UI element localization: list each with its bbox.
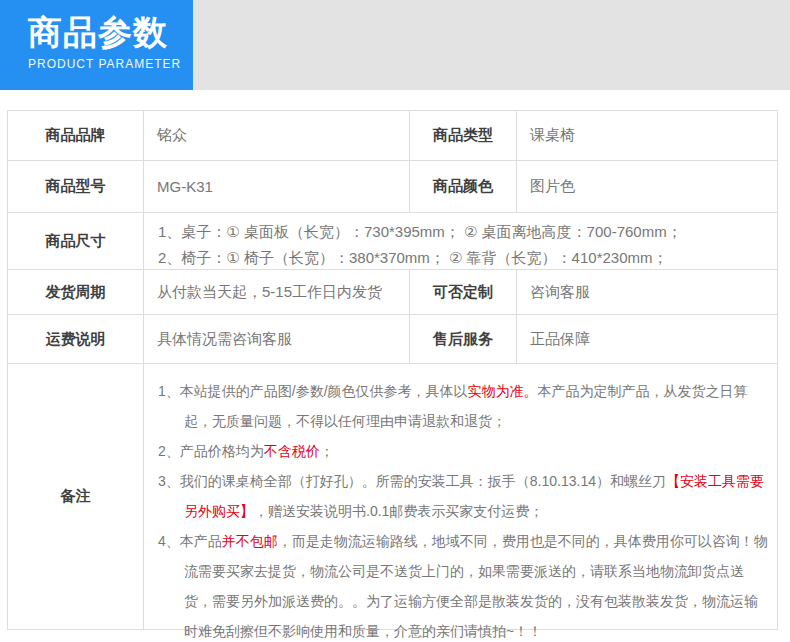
product-parameter-table: 商品品牌 铭众 商品类型 课桌椅 商品型号 MG-K31 商品颜色 图片色 商品… (7, 110, 778, 630)
remark-item-1: 1、本站提供的产品图/参数/颜色仅供参考，具体以实物为准。本产品为定制产品，从发… (158, 376, 769, 436)
remark-1-text: 1、本站提供的产品图/参数/颜色仅供参考，具体以 (158, 383, 468, 399)
shipping-label: 运费说明 (8, 315, 143, 363)
remark-4-text: 4、本产品 (158, 533, 222, 549)
model-label: 商品型号 (8, 161, 143, 212)
remark-item-3: 3、我们的课桌椅全部（打好孔）。所需的安装工具：扳手（8.10.13.14）和螺… (158, 466, 769, 526)
param-row-size: 商品尺寸 1、桌子：① 桌面板（长宽）：730*395mm； ② 桌面离地高度：… (8, 212, 777, 269)
page-subtitle: PRODUCT PARAMETER (28, 57, 193, 71)
type-label: 商品类型 (409, 111, 516, 160)
custom-value: 咨询客服 (516, 270, 777, 314)
param-row-remarks: 备注 1、本站提供的产品图/参数/颜色仅供参考，具体以实物为准。本产品为定制产品… (8, 363, 777, 629)
shipping-value: 具体情况需咨询客服 (143, 315, 409, 363)
header-band: 商品参数 PRODUCT PARAMETER (0, 0, 790, 90)
remark-4-red-text: 并不包邮 (222, 533, 278, 549)
remarks-value: 1、本站提供的产品图/参数/颜色仅供参考，具体以实物为准。本产品为定制产品，从发… (143, 364, 777, 629)
custom-label: 可否定制 (409, 270, 516, 314)
size-line-chair: 2、椅子：① 椅子（长宽）：380*370mm； ② 靠背（长宽）：410*23… (158, 245, 777, 271)
model-value: MG-K31 (143, 161, 409, 212)
remark-2-text-tail: ； (320, 443, 334, 459)
page-title: 商品参数 (28, 10, 193, 54)
brand-value: 铭众 (143, 111, 409, 160)
remark-item-2: 2、产品价格均为不含税价； (158, 436, 769, 466)
remark-item-4: 4、本产品并不包邮，而是走物流运输路线，地域不同，费用也是不同的，具体费用你可以… (158, 526, 769, 642)
type-value: 课桌椅 (516, 111, 777, 160)
aftersale-value: 正品保障 (516, 315, 777, 363)
size-line-desk: 1、桌子：① 桌面板（长宽）：730*395mm； ② 桌面离地高度：700-7… (158, 219, 777, 245)
size-value: 1、桌子：① 桌面板（长宽）：730*395mm； ② 桌面离地高度：700-7… (143, 213, 777, 269)
color-value: 图片色 (516, 161, 777, 212)
remarks-label: 备注 (8, 364, 143, 629)
param-row-model-color: 商品型号 MG-K31 商品颜色 图片色 (8, 160, 777, 212)
param-row-brand-type: 商品品牌 铭众 商品类型 课桌椅 (8, 111, 777, 160)
remark-2-text: 2、产品价格均为 (158, 443, 264, 459)
remark-1-red-text: 实物为准。 (468, 383, 538, 399)
delivery-label: 发货周期 (8, 270, 143, 314)
remark-3-text-tail: ，赠送安装说明书.0.1邮费表示买家支付运费； (254, 503, 543, 519)
brand-label: 商品品牌 (8, 111, 143, 160)
remark-2-red-text: 不含税价 (264, 443, 320, 459)
param-row-shipping-aftersale: 运费说明 具体情况需咨询客服 售后服务 正品保障 (8, 314, 777, 363)
aftersale-label: 售后服务 (409, 315, 516, 363)
size-label: 商品尺寸 (8, 213, 143, 269)
delivery-value: 从付款当天起，5-15工作日内发货 (143, 270, 409, 314)
section-header: 商品参数 PRODUCT PARAMETER (0, 0, 193, 90)
remark-3-text: 3、我们的课桌椅全部（打好孔）。所需的安装工具：扳手（8.10.13.14）和螺… (158, 473, 666, 489)
param-row-delivery-custom: 发货周期 从付款当天起，5-15工作日内发货 可否定制 咨询客服 (8, 269, 777, 314)
color-label: 商品颜色 (409, 161, 516, 212)
